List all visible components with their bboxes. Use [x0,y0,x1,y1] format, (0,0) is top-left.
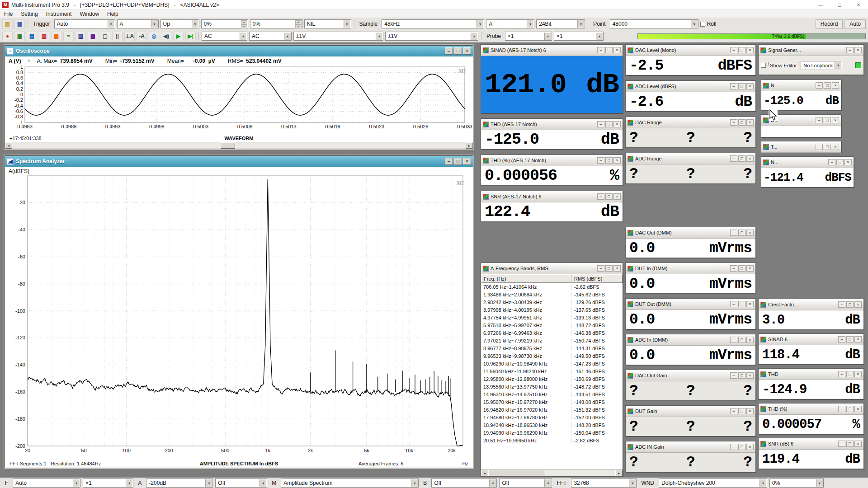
sample-channel-select[interactable]: A▼ [486,19,534,28]
step-run-icon[interactable]: ▶| [185,32,196,41]
maximize-icon[interactable]: □ [846,371,854,377]
table-row[interactable]: 16.94820 kHz~16.97020 kHz -151.32 dBFS [481,406,623,413]
horizontal-scrollbar[interactable]: ◄ ► [481,469,623,476]
spectrum-analyzer-titlebar[interactable]: ▂▅█ Spectrum Analyzer – □ × [5,156,473,167]
auto-button[interactable]: Auto [844,19,866,29]
close-icon[interactable]: × [746,265,754,272]
table-row[interactable]: 706.05 Hz~1.41064 kHz -2.62 dBFS [481,283,623,291]
meter-titlebar[interactable]: D... –□× [761,115,841,126]
close-icon[interactable]: × [746,337,754,343]
close-icon[interactable]: × [613,265,621,272]
minimize-icon[interactable]: – [730,230,737,236]
table-row[interactable]: 5.97510 kHz~5.99707 kHz -148.72 dBFS [481,321,623,329]
zoom-icon[interactable]: ◎ [149,32,159,41]
scroll-left-icon[interactable]: ◄ [481,470,488,476]
maximize-icon[interactable]: □ [846,336,854,343]
a-option-select[interactable]: Off▼ [215,479,267,488]
minimize-icon[interactable]: – [597,47,604,53]
maximize-icon[interactable]: □ [824,144,831,150]
minimize-icon[interactable]: – [445,47,453,55]
close-icon[interactable]: × [854,336,862,343]
table-row[interactable]: 7.97021 kHz~7.99219 kHz -150.74 dBFS [481,337,623,344]
trigger-level-spinner[interactable]: 0%▲▼ [201,19,248,28]
maximize-icon[interactable]: □ [454,47,462,55]
minimize-icon[interactable]: – [730,337,737,343]
minimize-icon[interactable]: – [730,265,737,272]
b-option-select[interactable]: Off▼ [499,479,552,488]
window-function-select[interactable]: Dolph-Chebyshev 200▼ [659,479,767,488]
meter-titlebar[interactable]: SNR (dB) 6 –□× [759,438,863,450]
signal-generator-window-icon[interactable]: ≈ [63,32,74,41]
minimize-icon[interactable]: – [838,301,845,308]
minimize-icon[interactable]: – [597,157,604,164]
scroll-left-icon[interactable]: ◄ [5,142,12,149]
meter-titlebar[interactable]: DUT Gain –□× [626,406,755,417]
close-icon[interactable]: × [746,372,754,379]
table-row[interactable]: 19.94090 kHz~19.96290 kHz -150.04 dBFS [481,429,623,436]
range-a-select[interactable]: ±1V▼ [293,32,383,41]
meter-titlebar[interactable]: SINAD 6 –□× [759,334,863,345]
table-row[interactable]: 2.98242 kHz~3.00439 kHz -129.26 dBFS [481,298,623,306]
menu-item[interactable]: File [0,11,17,17]
run-icon[interactable]: ▶ [173,32,184,41]
oscilloscope-titlebar[interactable]: ≈ Oscilloscope – □ × [5,46,473,56]
table-row[interactable]: 13.95560 kHz~13.97750 kHz -148.72 dBFS [481,383,623,390]
close-icon[interactable]: × [746,444,754,450]
meter-titlebar[interactable]: DAC Out Gain –□× [626,370,755,381]
close-icon[interactable]: × [746,301,754,307]
multimeter-window-icon[interactable]: ▣ [14,32,25,41]
menu-item[interactable]: Window [75,11,103,17]
show-editor-button[interactable]: Show Editor [768,62,798,69]
meter-titlebar[interactable]: SINAD (AES-17 Notch) 6 –□× [481,45,623,56]
close-icon[interactable]: × [854,406,862,412]
close-icon[interactable]: × [854,301,862,308]
maximize-icon[interactable]: □ [846,301,854,308]
maximize-icon[interactable]: □ [738,83,745,89]
close-icon[interactable]: × [746,47,754,53]
lower-marker-icon[interactable]: -A [137,32,147,41]
minimize-icon[interactable]: – [838,371,845,377]
table-row[interactable]: 4.97754 kHz~4.99951 kHz -139.16 dBFS [481,314,623,321]
meter-titlebar[interactable]: N... –□× [761,157,854,168]
maximize-icon[interactable]: □ [605,157,613,164]
fft-size-select[interactable]: 32768▼ [571,479,637,488]
table-row[interactable]: 6.97266 kHz~6.99463 kHz -146.38 dBFS [481,329,623,337]
horizontal-scrollbar[interactable]: ◄ ► [5,142,473,149]
meter-titlebar[interactable]: Crest Facto... –□× [759,299,863,310]
minimize-icon[interactable]: – [846,47,854,53]
sound-output-icon[interactable]: ◀) [161,32,171,41]
table-row[interactable]: 9.96533 kHz~9.98730 kHz -149.50 dBFS [481,352,623,360]
minimize-icon[interactable]: – [597,265,604,272]
probe-a-select[interactable]: ×1▼ [505,32,552,41]
minimize-icon[interactable]: – [828,159,835,165]
column-header-rms[interactable]: RMS (dBFS) [571,274,623,283]
table-row[interactable]: 3.97998 kHz~4.00195 kHz -137.65 dBFS [481,306,623,314]
derived-data-window-icon[interactable]: ▢ [100,32,110,41]
meter-titlebar[interactable]: THD (AES-17 Notch) –□× [481,119,623,130]
maximize-icon[interactable]: □ [605,121,613,127]
output-indicator[interactable] [855,62,861,68]
maximize-icon[interactable]: □ [738,337,745,343]
maximize-button[interactable]: □ [830,0,849,9]
trigger-hpf-select[interactable]: NIL▼ [304,19,351,28]
meter-titlebar[interactable]: DUT Out (DMM) –□× [626,299,755,310]
b-mode-select[interactable]: Off▼ [431,479,497,488]
table-row[interactable]: 12.95800 kHz~12.98000 kHz -150.69 dBFS [481,375,623,383]
trigger-edge-select[interactable]: Up▼ [160,19,199,28]
maximize-icon[interactable]: □ [846,441,854,447]
spectrum-window-icon[interactable]: ▥ [39,32,49,41]
window-titlebar[interactable]: M Multi-Instrument Pro 3.9 - [+3DP+DLG+L… [0,0,868,10]
maximize-icon[interactable]: □ [738,372,745,379]
maximize-icon[interactable]: □ [738,155,745,162]
minimize-button[interactable]: — [811,0,830,9]
sample-rate-select[interactable]: 48kHz▼ [382,19,484,28]
minimize-icon[interactable]: – [730,408,737,414]
minimize-icon[interactable]: – [730,301,737,307]
record-button[interactable]: Record [816,19,843,29]
trigger-source-select[interactable]: A▼ [117,19,159,28]
meter-titlebar[interactable]: SNR (AES-17 Notch) 6 –□× [481,191,623,202]
maximize-icon[interactable]: □ [454,158,462,165]
close-button[interactable]: × [849,0,868,9]
signal-generator-titlebar[interactable]: Signal Gener... –× [759,45,863,56]
spin-up-icon[interactable]: ▲ [295,20,302,24]
